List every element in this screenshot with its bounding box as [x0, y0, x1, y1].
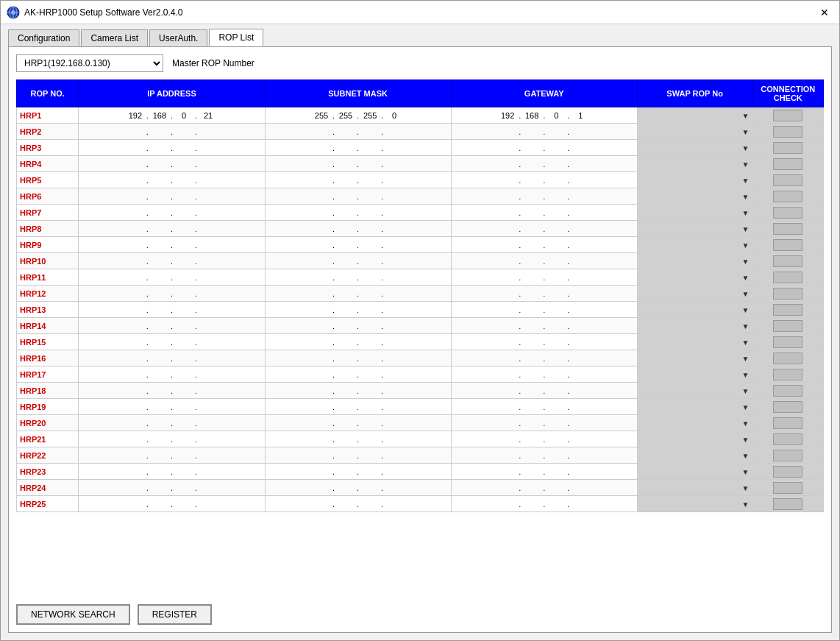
ip-octet[interactable] — [546, 500, 566, 509]
ip-octet[interactable] — [311, 127, 332, 136]
ip-octet[interactable] — [497, 467, 518, 476]
ip-octet[interactable] — [174, 111, 194, 120]
ip-octet[interactable] — [311, 111, 332, 120]
ip-octet[interactable] — [546, 467, 566, 476]
ip-octet[interactable] — [311, 273, 332, 282]
ip-octet[interactable] — [522, 370, 542, 379]
ip-octet[interactable] — [497, 451, 518, 460]
swap-rop-cell[interactable]: ▼ — [637, 188, 752, 205]
connection-check-button[interactable] — [773, 450, 802, 461]
connection-check-cell[interactable] — [752, 399, 824, 415]
ip-octet[interactable] — [384, 354, 405, 363]
ip-octet[interactable] — [384, 111, 405, 120]
ip-octet[interactable] — [335, 500, 356, 509]
ip-octet[interactable] — [546, 322, 566, 330]
ip-octet[interactable] — [149, 257, 170, 266]
connection-check-button[interactable] — [773, 191, 802, 202]
ip-octet[interactable] — [497, 354, 518, 363]
ip-octet[interactable] — [360, 403, 380, 411]
ip-octet[interactable] — [570, 289, 591, 298]
ip-octet[interactable] — [570, 160, 591, 169]
ip-octet[interactable] — [311, 419, 332, 428]
connection-check-button[interactable] — [773, 288, 802, 300]
gateway-cell[interactable]: . . . — [451, 188, 637, 205]
swap-rop-cell[interactable]: ▼ — [637, 431, 752, 447]
connection-check-cell[interactable] — [752, 464, 824, 480]
ip-octet[interactable] — [335, 354, 356, 363]
subnet-mask-cell[interactable]: . . . — [265, 124, 451, 140]
ip-octet[interactable] — [311, 192, 332, 201]
gateway-cell[interactable]: . . . — [451, 334, 637, 350]
subnet-mask-cell[interactable]: . . . — [265, 221, 451, 237]
ip-octet[interactable] — [198, 338, 218, 347]
ip-octet[interactable] — [546, 273, 566, 282]
ip-octet[interactable] — [198, 273, 218, 282]
ip-octet[interactable] — [125, 289, 146, 298]
ip-octet[interactable] — [149, 127, 170, 136]
ip-octet[interactable] — [384, 241, 405, 249]
ip-octet[interactable] — [335, 111, 356, 120]
swap-rop-cell[interactable]: ▼ — [637, 124, 752, 140]
ip-octet[interactable] — [174, 160, 194, 169]
ip-octet[interactable] — [335, 451, 356, 460]
ip-octet[interactable] — [174, 386, 194, 395]
ip-octet[interactable] — [384, 144, 405, 152]
subnet-mask-cell[interactable]: . . . — [265, 334, 451, 350]
ip-octet[interactable] — [125, 354, 146, 363]
ip-octet[interactable] — [570, 224, 591, 233]
ip-octet[interactable] — [125, 160, 146, 169]
ip-octet[interactable] — [125, 386, 146, 395]
ip-octet[interactable] — [522, 111, 542, 120]
ip-octet[interactable] — [546, 403, 566, 411]
ip-octet[interactable] — [311, 435, 332, 444]
ip-octet[interactable] — [497, 419, 518, 428]
connection-check-cell[interactable] — [752, 124, 824, 140]
ip-address-cell[interactable]: . . . — [79, 286, 265, 302]
ip-octet[interactable] — [546, 241, 566, 249]
connection-check-cell[interactable] — [752, 383, 824, 399]
swap-rop-cell[interactable]: ▼ — [637, 318, 752, 334]
ip-octet[interactable] — [174, 176, 194, 185]
ip-octet[interactable] — [149, 467, 170, 476]
ip-octet[interactable] — [360, 208, 380, 217]
ip-octet[interactable] — [360, 111, 380, 120]
swap-rop-cell[interactable]: ▼ — [637, 253, 752, 269]
ip-octet[interactable] — [198, 160, 218, 169]
ip-octet[interactable] — [497, 500, 518, 509]
ip-octet[interactable] — [198, 192, 218, 201]
ip-octet[interactable] — [149, 160, 170, 169]
swap-rop-cell[interactable]: ▼ — [637, 269, 752, 286]
connection-check-cell[interactable] — [752, 447, 824, 464]
ip-octet[interactable] — [311, 241, 332, 249]
ip-octet[interactable] — [198, 386, 218, 395]
swap-rop-select[interactable] — [641, 176, 750, 185]
ip-octet[interactable] — [125, 273, 146, 282]
ip-octet[interactable] — [546, 451, 566, 460]
ip-octet[interactable] — [546, 305, 566, 314]
ip-octet[interactable] — [149, 273, 170, 282]
ip-octet[interactable] — [335, 208, 356, 217]
subnet-mask-cell[interactable]: . . . — [265, 366, 451, 383]
ip-octet[interactable] — [198, 354, 218, 363]
ip-octet[interactable] — [546, 386, 566, 395]
ip-octet[interactable] — [125, 257, 146, 266]
gateway-cell[interactable]: . . . — [451, 140, 637, 156]
subnet-mask-cell[interactable]: . . . — [265, 107, 451, 124]
ip-octet[interactable] — [335, 386, 356, 395]
ip-octet[interactable] — [522, 435, 542, 444]
ip-octet[interactable] — [335, 467, 356, 476]
ip-octet[interactable] — [125, 467, 146, 476]
ip-octet[interactable] — [125, 451, 146, 460]
connection-check-button[interactable] — [773, 369, 802, 380]
swap-rop-select[interactable] — [641, 338, 750, 347]
ip-octet[interactable] — [546, 338, 566, 347]
ip-octet[interactable] — [149, 241, 170, 249]
ip-octet[interactable] — [174, 435, 194, 444]
ip-octet[interactable] — [497, 484, 518, 492]
ip-octet[interactable] — [360, 144, 380, 152]
connection-check-button[interactable] — [773, 272, 802, 283]
subnet-mask-cell[interactable]: . . . — [265, 140, 451, 156]
gateway-cell[interactable]: . . . — [451, 383, 637, 399]
ip-octet[interactable] — [360, 289, 380, 298]
ip-octet[interactable] — [570, 208, 591, 217]
